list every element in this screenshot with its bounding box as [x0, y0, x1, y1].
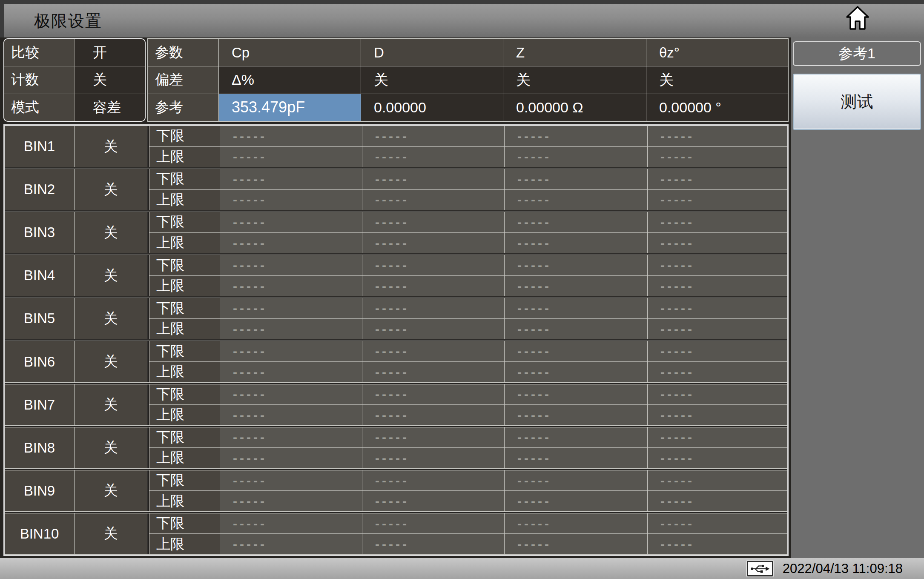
lower-limit-d-value[interactable]: ----- — [362, 126, 504, 146]
upper-limit-d-value[interactable]: ----- — [362, 534, 504, 554]
param-z-cell[interactable]: Z — [503, 39, 646, 66]
upper-limit-theta-value[interactable]: ----- — [648, 448, 787, 468]
upper-limit-cp-value[interactable]: ----- — [220, 190, 362, 210]
bin-state-toggle[interactable]: 关 — [75, 341, 147, 382]
lower-limit-z-value[interactable]: ----- — [505, 212, 647, 232]
deviation-cp-cell[interactable]: Δ% — [219, 66, 361, 93]
upper-limit-theta-value[interactable]: ----- — [648, 276, 787, 296]
lower-limit-d-value[interactable]: ----- — [362, 470, 504, 491]
lower-limit-d-value[interactable]: ----- — [362, 298, 504, 318]
upper-limit-z-value[interactable]: ----- — [505, 319, 647, 339]
lower-limit-z-value[interactable]: ----- — [505, 384, 647, 405]
bin-state-toggle[interactable]: 关 — [75, 513, 147, 554]
bin-state-toggle[interactable]: 关 — [75, 255, 147, 296]
upper-limit-cp-value[interactable]: ----- — [220, 448, 362, 468]
bin-state-toggle[interactable]: 关 — [75, 126, 147, 167]
lower-limit-cp-value[interactable]: ----- — [220, 212, 362, 232]
lower-limit-cp-value[interactable]: ----- — [220, 427, 362, 448]
bin-state-toggle[interactable]: 关 — [75, 298, 147, 339]
upper-limit-cp-value[interactable]: ----- — [220, 233, 362, 253]
upper-limit-cp-value[interactable]: ----- — [220, 319, 362, 339]
lower-limit-theta-value[interactable]: ----- — [648, 169, 787, 189]
upper-limit-d-value[interactable]: ----- — [362, 319, 504, 339]
upper-limit-z-value[interactable]: ----- — [505, 491, 647, 511]
lower-limit-theta-value[interactable]: ----- — [648, 470, 787, 491]
lower-limit-d-value[interactable]: ----- — [362, 255, 504, 275]
upper-limit-theta-value[interactable]: ----- — [648, 147, 787, 167]
upper-limit-cp-value[interactable]: ----- — [220, 405, 362, 425]
lower-limit-z-value[interactable]: ----- — [505, 513, 647, 534]
upper-limit-d-value[interactable]: ----- — [362, 448, 504, 468]
lower-limit-cp-value[interactable]: ----- — [220, 126, 362, 146]
upper-limit-z-value[interactable]: ----- — [505, 448, 647, 468]
upper-limit-d-value[interactable]: ----- — [362, 362, 504, 382]
upper-limit-cp-value[interactable]: ----- — [220, 491, 362, 511]
lower-limit-cp-value[interactable]: ----- — [220, 384, 362, 405]
param-d-cell[interactable]: D — [361, 39, 503, 66]
reference-d-cell[interactable]: 0.00000 — [361, 94, 503, 121]
lower-limit-cp-value[interactable]: ----- — [220, 255, 362, 275]
lower-limit-d-value[interactable]: ----- — [362, 513, 504, 534]
upper-limit-z-value[interactable]: ----- — [505, 276, 647, 296]
lower-limit-theta-value[interactable]: ----- — [648, 255, 787, 275]
lower-limit-z-value[interactable]: ----- — [505, 341, 647, 361]
upper-limit-z-value[interactable]: ----- — [505, 362, 647, 382]
upper-limit-cp-value[interactable]: ----- — [220, 147, 362, 167]
reference-page-indicator[interactable]: 参考1 — [793, 41, 921, 66]
lower-limit-z-value[interactable]: ----- — [505, 169, 647, 189]
upper-limit-cp-value[interactable]: ----- — [220, 534, 362, 554]
lower-limit-theta-value[interactable]: ----- — [648, 427, 787, 448]
bin-state-toggle[interactable]: 关 — [75, 169, 147, 210]
home-button[interactable] — [846, 5, 869, 31]
test-button[interactable]: 测试 — [793, 74, 921, 130]
upper-limit-d-value[interactable]: ----- — [362, 147, 504, 167]
upper-limit-theta-value[interactable]: ----- — [648, 534, 787, 554]
count-toggle[interactable]: 关 — [75, 66, 145, 93]
upper-limit-z-value[interactable]: ----- — [505, 405, 647, 425]
lower-limit-d-value[interactable]: ----- — [362, 384, 504, 405]
upper-limit-cp-value[interactable]: ----- — [220, 362, 362, 382]
param-cp-cell[interactable]: Cp — [219, 39, 361, 66]
lower-limit-z-value[interactable]: ----- — [505, 298, 647, 318]
lower-limit-d-value[interactable]: ----- — [362, 169, 504, 189]
upper-limit-d-value[interactable]: ----- — [362, 233, 504, 253]
lower-limit-d-value[interactable]: ----- — [362, 427, 504, 448]
lower-limit-theta-value[interactable]: ----- — [648, 298, 787, 318]
upper-limit-z-value[interactable]: ----- — [505, 190, 647, 210]
bin-state-toggle[interactable]: 关 — [75, 212, 147, 253]
upper-limit-theta-value[interactable]: ----- — [648, 319, 787, 339]
lower-limit-z-value[interactable]: ----- — [505, 470, 647, 491]
lower-limit-z-value[interactable]: ----- — [505, 427, 647, 448]
upper-limit-theta-value[interactable]: ----- — [648, 491, 787, 511]
upper-limit-cp-value[interactable]: ----- — [220, 276, 362, 296]
upper-limit-d-value[interactable]: ----- — [362, 491, 504, 511]
lower-limit-cp-value[interactable]: ----- — [220, 341, 362, 361]
lower-limit-d-value[interactable]: ----- — [362, 341, 504, 361]
upper-limit-z-value[interactable]: ----- — [505, 534, 647, 554]
deviation-z-cell[interactable]: 关 — [503, 66, 646, 93]
lower-limit-theta-value[interactable]: ----- — [648, 212, 787, 232]
upper-limit-theta-value[interactable]: ----- — [648, 362, 787, 382]
lower-limit-theta-value[interactable]: ----- — [648, 341, 787, 361]
lower-limit-theta-value[interactable]: ----- — [648, 513, 787, 534]
param-theta-cell[interactable]: θz° — [646, 39, 788, 66]
bin-state-toggle[interactable]: 关 — [75, 384, 147, 425]
lower-limit-theta-value[interactable]: ----- — [648, 126, 787, 146]
deviation-d-cell[interactable]: 关 — [361, 66, 503, 93]
upper-limit-d-value[interactable]: ----- — [362, 405, 504, 425]
mode-select[interactable]: 容差 — [75, 94, 145, 121]
lower-limit-theta-value[interactable]: ----- — [648, 384, 787, 405]
upper-limit-theta-value[interactable]: ----- — [648, 190, 787, 210]
lower-limit-d-value[interactable]: ----- — [362, 212, 504, 232]
lower-limit-cp-value[interactable]: ----- — [220, 470, 362, 491]
reference-theta-cell[interactable]: 0.00000 ° — [646, 94, 788, 121]
upper-limit-theta-value[interactable]: ----- — [648, 233, 787, 253]
upper-limit-z-value[interactable]: ----- — [505, 147, 647, 167]
reference-z-cell[interactable]: 0.00000 Ω — [503, 94, 646, 121]
lower-limit-cp-value[interactable]: ----- — [220, 169, 362, 189]
bin-state-toggle[interactable]: 关 — [75, 427, 147, 468]
lower-limit-z-value[interactable]: ----- — [505, 126, 647, 146]
upper-limit-theta-value[interactable]: ----- — [648, 405, 787, 425]
bin-state-toggle[interactable]: 关 — [75, 470, 147, 511]
upper-limit-d-value[interactable]: ----- — [362, 190, 504, 210]
